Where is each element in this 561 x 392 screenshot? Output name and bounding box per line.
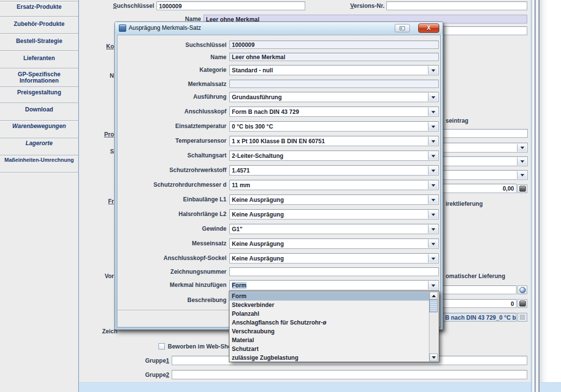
chevron-down-icon: [517, 144, 527, 152]
direktlieferung-label-fragment: irektlieferung: [446, 200, 483, 207]
dlg-temperatursensor-combobox[interactable]: 1 x Pt 100 Klasse B DIN EN 60751: [229, 136, 439, 146]
chevron-down-icon: [428, 240, 438, 248]
gruppe2-input[interactable]: [172, 370, 527, 379]
sidebar-divider: [0, 1, 78, 1]
globe-icon: [519, 287, 526, 293]
chevron-down-icon: [428, 210, 438, 218]
dlg-schaltungsart-combobox[interactable]: 2-Leiter-Schaltung: [229, 151, 439, 161]
dropdown-scrollbar[interactable]: [429, 292, 438, 361]
sidebar-item-masseinheiten-umrechnung[interactable]: Maßeinheiten-Umrechnung: [0, 157, 78, 163]
disabled-button: [517, 313, 527, 322]
dlg-kategorie-label: Kategorie: [200, 66, 226, 73]
dlg-gewinde-label: Gewinde: [202, 225, 226, 232]
dlg-anschlusskopf-combobox[interactable]: Form B nach DIN 43 729: [229, 107, 439, 117]
chevron-down-icon: [428, 108, 438, 116]
dialog-titlebar[interactable]: Ausprägung Merkmals-Satz X: [115, 22, 443, 34]
dlg-kategorie-combobox[interactable]: Standard - null: [229, 65, 439, 75]
sidebar-item-download[interactable]: Download: [0, 106, 78, 113]
dialog-title: Ausprägung Merkmals-Satz: [129, 24, 201, 31]
sidebar-divider: [0, 33, 78, 34]
webshop-checkbox-label: Beworben im Web-Sho: [168, 343, 231, 350]
sidebar-item-gp-spezifische-informationen[interactable]: GP-Spezifische Informationen: [5, 71, 73, 84]
dropdown-option-material[interactable]: Material: [230, 336, 430, 345]
dropdown-option-schutzart[interactable]: Schutzart: [230, 345, 430, 353]
dlg-zeichnungsnummer-label: Zeichnungsnummer: [170, 268, 226, 275]
right-combobox-2[interactable]: [443, 156, 528, 166]
dropdown-option-zulaessige-zugbelastung[interactable]: zulässige Zugbelastung: [230, 353, 430, 362]
close-button[interactable]: X: [418, 23, 439, 33]
right-input-2[interactable]: [443, 129, 528, 138]
chevron-down-icon: [428, 281, 438, 289]
scrollbar-thumb[interactable]: [429, 300, 438, 312]
right-combobox-3[interactable]: [443, 170, 528, 180]
chevron-down-icon: [428, 181, 438, 189]
right-combobox-1[interactable]: [443, 143, 528, 152]
sidebar-item-lieferanten[interactable]: Lieferanten: [0, 55, 78, 62]
sidebar-item-bestell-strategie[interactable]: Bestell-Strategie: [0, 38, 78, 44]
webshop-checkbox[interactable]: [158, 343, 165, 349]
gruppe2-label: Gruppe2: [145, 371, 169, 378]
zero-input[interactable]: 0: [443, 299, 516, 308]
dlg-einsatztemperatur-combobox[interactable]: 0 °C bis 300 °C: [229, 121, 439, 131]
restore-window-button[interactable]: [395, 24, 410, 32]
window-border-line2: [539, 0, 539, 392]
sidebar-divider: [0, 120, 78, 121]
dialog-auspraegung-merkmals-satz: Ausprägung Merkmals-Satz X Suchschlüssel…: [114, 22, 443, 330]
dropdown-option-anschlagflansch[interactable]: Anschlagflansch für Schutzrohr-ø: [230, 318, 430, 327]
web-link-input[interactable]: [443, 285, 516, 294]
right-edge-panel: [539, 0, 561, 382]
chevron-down-icon: [428, 137, 438, 145]
scroll-down-button[interactable]: [429, 353, 438, 361]
dlg-anschlusskopf-sockel-value: Keine Ausprägung: [232, 255, 284, 262]
dropdown-option-verschraubung[interactable]: Verschraubung: [230, 327, 430, 336]
chevron-down-icon: [428, 166, 438, 174]
dlg-halsrohrlaenge-value: Keine Ausprägung: [232, 211, 284, 218]
chevron-down-icon: [428, 225, 438, 233]
dlg-gewinde-combobox[interactable]: G1": [229, 224, 439, 234]
sidebar-item-zubehoer-produkte[interactable]: Zubehör-Produkte: [0, 21, 78, 27]
gruppe1-label: Gruppe1: [145, 357, 169, 364]
dlg-schutzrohrdurchmesser-label: Schutzrohrdurchmesser d: [154, 181, 226, 188]
right-input-top[interactable]: [443, 26, 527, 35]
sidebar-item-warenbewegungen[interactable]: Warenbewegungen: [0, 123, 78, 130]
amount-input[interactable]: 0,00: [443, 184, 516, 193]
versions-nr-input[interactable]: [386, 1, 527, 10]
suchschluessel-value: 1000009: [157, 2, 305, 10]
suchschluessel-input[interactable]: 1000009: [157, 1, 305, 10]
dlg-messeinsatz-value: Keine Ausprägung: [232, 240, 284, 247]
sidebar-divider: [0, 50, 78, 51]
dlg-halsrohrlaenge-combobox[interactable]: Keine Ausprägung: [229, 209, 439, 219]
globe-button[interactable]: [517, 285, 527, 294]
sidebar-divider: [0, 87, 78, 87]
sidebar-divider: [0, 138, 78, 138]
scroll-up-button[interactable]: [429, 292, 438, 300]
n-label-fragment: N: [110, 72, 114, 79]
calculator-icon: [519, 301, 526, 306]
dlg-einbaulaenge-label: Einbaulänge L1: [183, 196, 226, 203]
calculator-button[interactable]: [517, 184, 527, 193]
dlg-schutzrohrwerkstoff-combobox[interactable]: 1.4571: [229, 165, 439, 175]
dlg-schutzrohrdurchmesser-value: 11 mm: [232, 182, 250, 189]
dropdown-option-form[interactable]: Form: [230, 292, 430, 301]
dlg-anschlusskopf-sockel-combobox[interactable]: Keine Ausprägung: [229, 253, 439, 263]
dlg-zeichnungsnummer-input[interactable]: [229, 267, 439, 276]
chevron-down-icon: [428, 66, 438, 74]
dlg-schaltungsart-value: 2-Leiter-Schaltung: [232, 152, 283, 159]
dlg-ausfuehrung-combobox[interactable]: Grundausführung: [229, 92, 439, 102]
dropdown-option-steckverbinder[interactable]: Steckverbinder: [230, 301, 430, 309]
konditionen-label-fragment: Ko: [106, 43, 114, 50]
dlg-schaltungsart-label: Schaltungsart: [187, 152, 226, 159]
dlg-einbaulaenge-combobox[interactable]: Keine Ausprägung: [229, 195, 439, 205]
dlg-schutzrohrdurchmesser-combobox[interactable]: 11 mm: [229, 180, 439, 190]
dropdown-option-polanzahl[interactable]: Polanzahl: [230, 309, 430, 318]
dlg-name-label: Name: [210, 54, 226, 61]
sidebar-divider: [0, 68, 78, 68]
dlg-messeinsatz-combobox[interactable]: Keine Ausprägung: [229, 239, 439, 249]
sidebar-item-preisgestaltung[interactable]: Preisgestaltung: [0, 89, 78, 96]
sidebar-item-lagerorte[interactable]: Lagerorte: [0, 140, 78, 147]
sidebar-item-ersatz-produkte[interactable]: Ersatz-Produkte: [0, 3, 78, 10]
dlg-merkmal-hinzufuegen-combobox[interactable]: Form: [229, 280, 439, 290]
sidebar-border-highlight: [79, 0, 79, 392]
dlg-name-field: Leer ohne Merkmal: [229, 53, 439, 61]
calculator-button-2[interactable]: [517, 299, 527, 308]
